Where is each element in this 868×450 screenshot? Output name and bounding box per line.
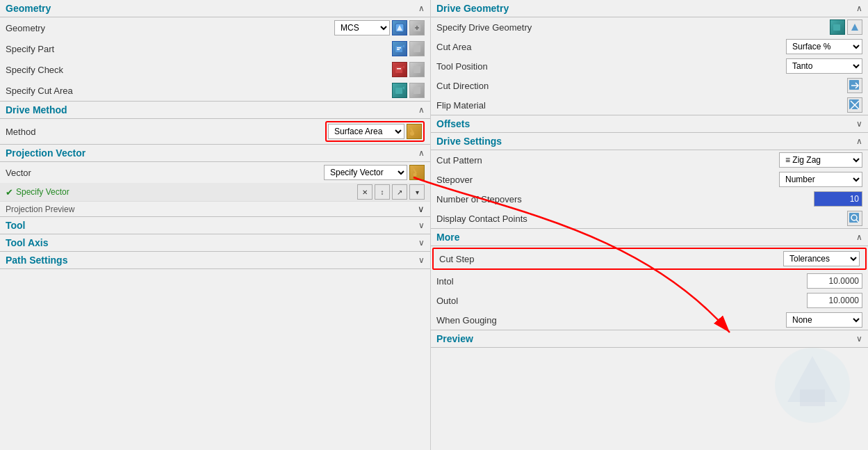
drive-method-dropdown[interactable]: Surface Area [328, 124, 404, 139]
tool-axis-chevron: ∨ [418, 238, 425, 248]
svg-rect-21 [833, 24, 840, 31]
right-panel: Drive Geometry ∧ Specify Drive Geometry [431, 0, 868, 450]
left-panel: Geometry ∧ Geometry MCS [0, 0, 431, 450]
display-contact-label: Display Contact Points [436, 214, 847, 224]
outol-label: Outol [436, 296, 807, 306]
sdg-icon2[interactable] [847, 19, 862, 35]
drive-geometry-title: Drive Geometry [436, 3, 509, 14]
specify-check-label: Specify Check [6, 65, 117, 75]
sv-icon2[interactable]: ↕ [375, 184, 390, 200]
projection-preview-chevron[interactable]: ∨ [418, 204, 425, 214]
geometry-specify-icon[interactable] [392, 20, 407, 35]
cut-step-dropdown[interactable]: Tolerances Scallop Number [783, 251, 860, 266]
intol-input[interactable] [807, 273, 862, 289]
svg-rect-7 [397, 47, 401, 49]
geometry-section-header[interactable]: Geometry ∧ [0, 0, 430, 17]
cut-area-dropdown[interactable]: Surface % All [786, 39, 862, 54]
vector-label: Vector [6, 168, 117, 178]
projection-vector-chevron: ∧ [418, 148, 425, 158]
drive-settings-title: Drive Settings [436, 136, 502, 147]
projection-preview-row: Projection Preview ∨ [0, 201, 430, 216]
projection-vector-header[interactable]: Projection Vector ∧ [0, 145, 430, 161]
outol-input[interactable] [807, 293, 862, 308]
geometry-dropdown[interactable]: MCS [334, 20, 390, 35]
stepover-controls: Number Constant [779, 172, 862, 187]
drive-geometry-chevron: ∧ [856, 3, 862, 13]
sv-icon3[interactable]: ↗ [392, 184, 407, 200]
geometry-row: Geometry MCS [0, 17, 430, 38]
when-gouging-label: When Gouging [436, 315, 786, 326]
specify-cut-area-controls [392, 83, 425, 98]
specify-part-icon[interactable] [392, 41, 407, 56]
geometry-title: Geometry [6, 3, 51, 14]
outol-row: Outol [431, 291, 868, 310]
tool-axis-title: Tool Axis [6, 237, 48, 248]
cut-direction-controls [847, 78, 862, 93]
specify-cut-area-icon[interactable] [392, 83, 407, 98]
offsets-section: Offsets ∨ [431, 115, 868, 133]
intol-label: Intol [436, 276, 807, 287]
more-chevron: ∧ [856, 232, 862, 242]
display-contact-controls [847, 211, 862, 226]
svg-marker-15 [402, 86, 404, 90]
stepover-row: Stepover Number Constant [431, 170, 868, 189]
vector-row: Vector Specify Vector [0, 162, 430, 183]
sv-icon1[interactable]: ✕ [357, 184, 372, 200]
specify-part-controls [392, 41, 425, 56]
when-gouging-row: When Gouging None Skip Retract [431, 310, 868, 330]
tool-section-header[interactable]: Tool ∨ [0, 217, 430, 234]
vector-wrench-icon[interactable] [409, 165, 425, 180]
drive-method-label: Method [6, 127, 117, 137]
drive-geometry-header[interactable]: Drive Geometry ∧ [431, 0, 868, 17]
geometry-controls: MCS [334, 20, 425, 35]
preview-header[interactable]: Preview ∨ [431, 330, 868, 347]
svg-rect-12 [397, 68, 401, 70]
specify-part-edit-icon[interactable] [409, 41, 425, 56]
svg-marker-6 [402, 45, 404, 48]
cut-pattern-label: Cut Pattern [436, 155, 779, 166]
path-settings-section: Path Settings ∨ [0, 252, 430, 269]
vector-controls: Specify Vector [324, 165, 425, 180]
cut-pattern-dropdown[interactable]: ≡ Zig Zag Follow Part [779, 152, 862, 168]
cut-step-label: Cut Step [439, 254, 783, 264]
drive-settings-header[interactable]: Drive Settings ∧ [431, 133, 868, 150]
specify-vector-controls: ✕ ↕ ↗ ▾ [357, 184, 425, 200]
projection-vector-section: Projection Vector ∧ Vector Specify Vecto… [0, 145, 430, 217]
path-settings-header[interactable]: Path Settings ∨ [0, 252, 430, 268]
tool-position-row: Tool Position Tanto On Contact [431, 56, 868, 76]
tool-title: Tool [6, 220, 26, 231]
geometry-chevron-up: ∧ [418, 3, 425, 13]
drive-method-wrench-icon[interactable] [407, 124, 422, 139]
when-gouging-dropdown[interactable]: None Skip Retract [786, 312, 862, 328]
tool-position-dropdown[interactable]: Tanto On Contact [786, 58, 862, 74]
tool-axis-section: Tool Axis ∨ [0, 234, 430, 252]
specify-cut-area-edit-icon[interactable] [409, 83, 425, 98]
tool-section: Tool ∨ [0, 217, 430, 234]
vector-dropdown[interactable]: Specify Vector [324, 165, 407, 180]
specify-check-icon[interactable] [392, 62, 407, 77]
flip-material-icon[interactable] [847, 97, 862, 113]
num-stepovers-input[interactable] [814, 191, 862, 207]
stepover-dropdown[interactable]: Number Constant [779, 172, 862, 187]
specify-cut-area-label: Specify Cut Area [6, 86, 117, 96]
sdg-icon1[interactable] [830, 19, 845, 35]
drive-method-section: Drive Method ∧ Method Surface Area [0, 102, 430, 145]
tool-axis-header[interactable]: Tool Axis ∨ [0, 234, 430, 251]
cut-direction-icon[interactable] [847, 78, 862, 93]
display-contact-icon[interactable] [847, 211, 862, 226]
sv-menu-icon[interactable]: ▾ [409, 184, 425, 200]
geometry-edit-icon[interactable] [409, 20, 425, 35]
stepover-label: Stepover [436, 175, 779, 185]
svg-rect-14 [395, 88, 402, 94]
cut-direction-label: Cut Direction [436, 81, 847, 91]
cut-pattern-controls: ≡ Zig Zag Follow Part [779, 152, 862, 168]
projection-vector-title: Projection Vector [6, 147, 85, 159]
drive-method-controls: Surface Area [325, 121, 425, 142]
specify-check-edit-icon[interactable] [409, 62, 425, 77]
offsets-header[interactable]: Offsets ∨ [431, 115, 868, 132]
drive-method-title: Drive Method [6, 104, 67, 115]
more-header[interactable]: More ∧ [431, 229, 868, 246]
offsets-chevron: ∨ [856, 119, 862, 129]
specify-cut-area-row: Specify Cut Area [0, 80, 430, 101]
drive-method-header[interactable]: Drive Method ∧ [0, 102, 430, 118]
